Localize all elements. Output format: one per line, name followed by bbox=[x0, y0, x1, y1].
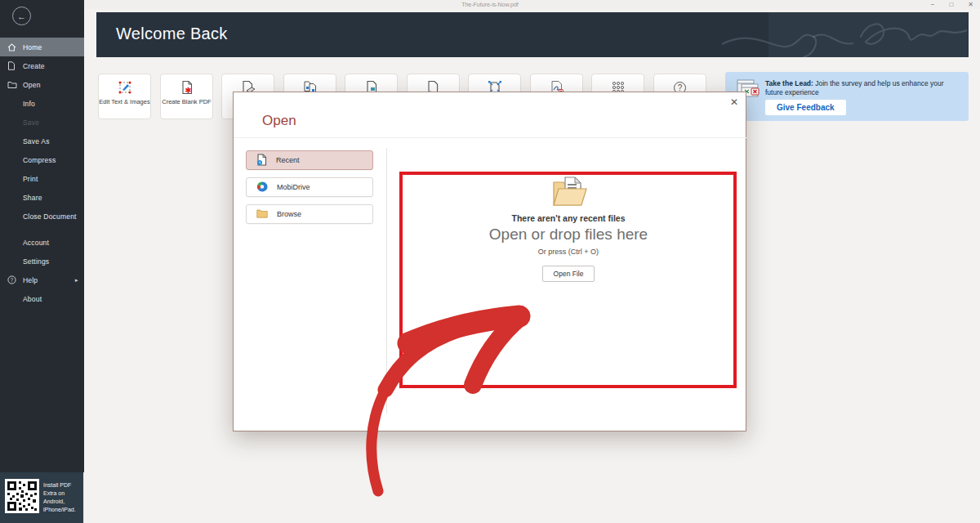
empty-state-subheading: Open or drop files here bbox=[401, 226, 736, 244]
tool-card-create-blank-pdf[interactable]: ✱ Create Blank PDF bbox=[160, 74, 213, 119]
open-dialog: ✕ Open Recent MobiDrive Browse bbox=[233, 92, 746, 431]
sidebar-item-label: Help bbox=[23, 276, 38, 284]
sidebar-item-label: Compress bbox=[23, 156, 56, 164]
sidebar-item-compress[interactable]: Compress bbox=[0, 150, 84, 169]
titlebar: The-Future-is-Now.pdf − □ ✕ bbox=[0, 0, 980, 9]
sidebar-item-about[interactable]: About bbox=[0, 289, 84, 308]
svg-text:✱: ✱ bbox=[185, 86, 191, 95]
survey-text: Take the Lead: Join the survey and help … bbox=[765, 79, 961, 98]
edit-text-images-icon bbox=[118, 80, 132, 95]
recent-icon bbox=[256, 154, 267, 168]
minimize-icon[interactable]: − bbox=[931, 0, 935, 9]
dialog-close-icon[interactable]: ✕ bbox=[728, 96, 740, 108]
sidebar-item-label: Home bbox=[23, 43, 42, 51]
document-title: The-Future-is-Now.pdf bbox=[0, 2, 980, 7]
qr-code bbox=[5, 479, 39, 516]
page-title: Welcome Back bbox=[116, 25, 228, 43]
sidebar-item-label: Info bbox=[23, 100, 35, 108]
sidebar-item-close-document[interactable]: Close Document bbox=[0, 207, 84, 226]
maximize-icon[interactable]: □ bbox=[949, 0, 953, 9]
close-icon[interactable]: ✕ bbox=[968, 0, 973, 9]
create-blank-pdf-icon: ✱ bbox=[180, 80, 194, 95]
dialog-divider bbox=[386, 148, 387, 413]
sidebar-item-label: Create bbox=[23, 62, 45, 70]
survey-lead: Take the Lead: bbox=[765, 79, 813, 87]
recent-files-empty-state: There aren't any recent files Open or dr… bbox=[401, 172, 736, 282]
sidebar-item-account[interactable]: Account bbox=[0, 233, 84, 252]
sidebar-item-print[interactable]: Print bbox=[0, 169, 84, 188]
sidebar-item-label: Settings bbox=[23, 257, 49, 266]
dialog-nav: Recent MobiDrive Browse bbox=[246, 150, 373, 231]
submenu-arrow-icon: ► bbox=[74, 278, 79, 283]
signature-decoration-icon bbox=[722, 12, 967, 57]
sidebar-item-label: Close Document bbox=[23, 212, 77, 221]
sidebar: ← Home Create Open Info Save Save As bbox=[0, 0, 84, 523]
nav-browse-button[interactable]: Browse bbox=[246, 204, 373, 224]
give-feedback-button[interactable]: Give Feedback bbox=[765, 100, 846, 115]
nav-label: Browse bbox=[277, 210, 301, 218]
window-controls: − □ ✕ bbox=[931, 0, 977, 9]
tool-card-label: Create Blank PDF bbox=[162, 98, 211, 106]
sidebar-item-save-as[interactable]: Save As bbox=[0, 132, 84, 150]
sidebar-item-save: Save bbox=[0, 113, 84, 132]
dialog-separator bbox=[234, 137, 747, 138]
open-folder-icon bbox=[547, 172, 590, 212]
nav-mobidrive-button[interactable]: MobiDrive bbox=[246, 177, 373, 197]
nav-recent-button[interactable]: Recent bbox=[246, 150, 373, 170]
sidebar-item-label: About bbox=[23, 295, 42, 303]
tool-card-label: Edit Text & Images bbox=[99, 98, 149, 106]
sidebar-menu: Home Create Open Info Save Save As Compr… bbox=[0, 38, 84, 308]
survey-banner: Take the Lead: Join the survey and help … bbox=[725, 72, 969, 121]
tool-card-edit-text-images[interactable]: Edit Text & Images bbox=[98, 74, 151, 119]
sidebar-item-share[interactable]: Share bbox=[0, 188, 84, 207]
empty-state-hint: Or press (Ctrl + O) bbox=[401, 248, 736, 256]
nav-label: Recent bbox=[276, 156, 300, 164]
sidebar-item-help[interactable]: ? Help ► bbox=[0, 270, 84, 289]
app-window: The-Future-is-Now.pdf − □ ✕ Welcome Back… bbox=[0, 0, 980, 523]
mobidrive-icon bbox=[256, 181, 268, 194]
sidebar-footer: Install PDF Extra on Android, iPhone/iPa… bbox=[0, 472, 84, 523]
sidebar-item-open[interactable]: Open bbox=[0, 75, 84, 94]
browse-folder-icon bbox=[256, 209, 268, 220]
svg-text:?: ? bbox=[11, 277, 14, 283]
sidebar-item-home[interactable]: Home bbox=[0, 38, 84, 56]
install-app-text: Install PDF Extra on Android, iPhone/iPa… bbox=[43, 481, 78, 515]
sidebar-item-info[interactable]: Info bbox=[0, 94, 84, 113]
empty-state-heading: There aren't any recent files bbox=[401, 213, 736, 223]
sidebar-item-create[interactable]: Create bbox=[0, 56, 84, 75]
sidebar-item-label: Account bbox=[23, 239, 49, 247]
sidebar-item-label: Save bbox=[23, 118, 39, 127]
dialog-title: Open bbox=[262, 113, 296, 129]
open-file-button[interactable]: Open File bbox=[542, 266, 595, 282]
sidebar-item-label: Print bbox=[23, 175, 38, 183]
sidebar-item-label: Open bbox=[23, 81, 41, 89]
sidebar-item-settings[interactable]: Settings bbox=[0, 252, 84, 270]
help-circle-icon: ? bbox=[7, 275, 18, 284]
sidebar-item-label: Share bbox=[23, 194, 42, 202]
home-icon bbox=[7, 42, 18, 51]
welcome-banner: Welcome Back bbox=[96, 12, 969, 57]
back-button[interactable]: ← bbox=[12, 7, 31, 25]
document-icon bbox=[7, 61, 18, 70]
folder-icon bbox=[7, 80, 18, 89]
nav-label: MobiDrive bbox=[277, 183, 310, 191]
sidebar-item-label: Save As bbox=[23, 137, 50, 145]
